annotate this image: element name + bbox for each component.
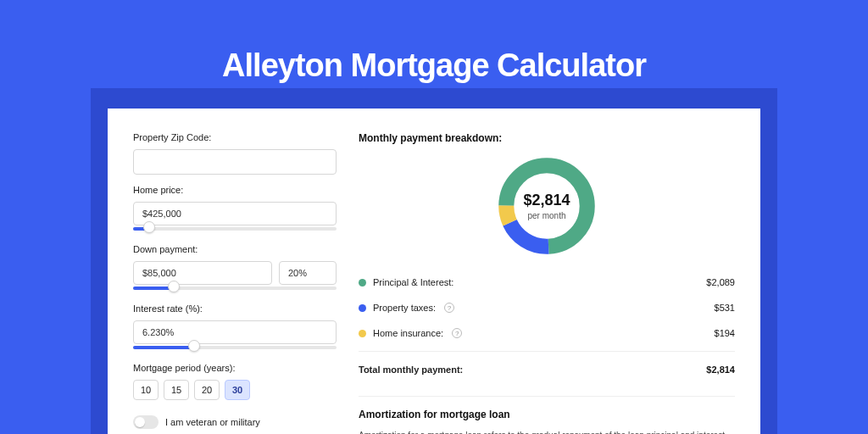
breakdown-title: Monthly payment breakdown: xyxy=(359,132,735,144)
down-payment-percent-input[interactable] xyxy=(279,261,337,285)
period-button-30[interactable]: 30 xyxy=(225,380,250,400)
interest-rate-label: Interest rate (%): xyxy=(133,303,337,314)
breakdown-panel: Monthly payment breakdown: xyxy=(359,132,735,434)
home-price-input[interactable] xyxy=(133,202,337,225)
calculator-card: Property Zip Code: Home price: Down paym… xyxy=(108,108,760,434)
dot-icon xyxy=(359,330,366,337)
info-icon[interactable]: ? xyxy=(444,303,454,313)
breakdown-donut-chart: $2,814 per month xyxy=(493,153,600,259)
legend-name: Home insurance: xyxy=(373,328,443,338)
down-payment-input[interactable] xyxy=(133,261,272,285)
legend-row-taxes: Property taxes: ? $531 xyxy=(359,295,735,320)
legend-row-principal: Principal & Interest: $2,089 xyxy=(359,270,735,295)
total-value: $2,814 xyxy=(706,364,735,375)
zip-label: Property Zip Code: xyxy=(133,132,337,142)
legend-value: $2,089 xyxy=(706,277,735,287)
legend-value: $531 xyxy=(715,303,735,313)
dot-icon xyxy=(359,279,366,287)
amort-title: Amortization for mortgage loan xyxy=(359,409,735,420)
page-title: Alleyton Mortgage Calculator xyxy=(0,47,868,84)
home-price-slider[interactable] xyxy=(133,224,337,234)
dot-icon xyxy=(359,304,366,312)
amort-text: Amortization for a mortgage loan refers … xyxy=(359,429,735,434)
legend-row-total: Total monthly payment: $2,814 xyxy=(359,357,735,382)
zip-input[interactable] xyxy=(133,149,337,175)
legend-value: $194 xyxy=(715,328,735,338)
veteran-toggle[interactable] xyxy=(133,415,159,429)
home-price-label: Home price: xyxy=(133,185,337,195)
legend-row-insurance: Home insurance: ? $194 xyxy=(359,320,735,346)
donut-center-sub: per month xyxy=(527,211,565,220)
period-button-20[interactable]: 20 xyxy=(194,380,220,400)
period-button-15[interactable]: 15 xyxy=(164,380,189,400)
inputs-panel: Property Zip Code: Home price: Down paym… xyxy=(133,132,337,434)
down-payment-label: Down payment: xyxy=(133,244,337,254)
legend-name: Principal & Interest: xyxy=(373,277,453,287)
veteran-label: I am veteran or military xyxy=(165,417,260,427)
info-icon[interactable]: ? xyxy=(452,328,462,338)
period-button-10[interactable]: 10 xyxy=(133,380,159,400)
interest-rate-slider[interactable] xyxy=(133,342,337,353)
total-label: Total monthly payment: xyxy=(359,364,463,375)
donut-center-value: $2,814 xyxy=(523,192,570,209)
mortgage-period-label: Mortgage period (years): xyxy=(133,363,337,373)
legend-name: Property taxes: xyxy=(373,303,436,313)
down-payment-slider[interactable] xyxy=(133,283,337,293)
mortgage-period-group: 10 15 20 30 xyxy=(133,380,337,400)
interest-rate-input[interactable] xyxy=(133,320,337,344)
